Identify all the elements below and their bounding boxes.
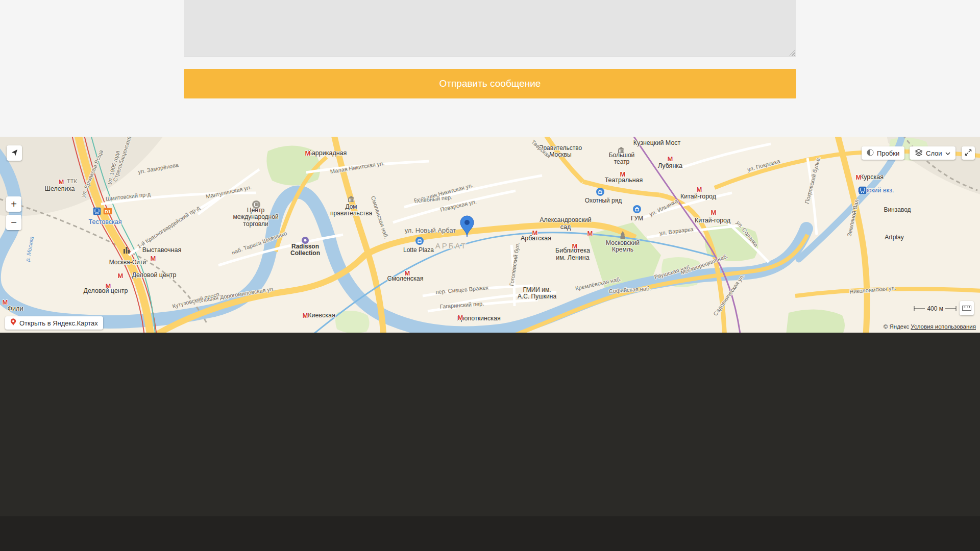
metro-station-icon: М [587, 230, 593, 237]
terms-of-use-link[interactable]: Условия использования [911, 323, 976, 330]
metro-station-icon: М [305, 150, 311, 157]
metro-station-icon: М [59, 179, 64, 185]
fullscreen-button[interactable] [962, 146, 975, 160]
map-attribution: © Яндекс Условия использования [884, 323, 976, 330]
footer: labexpertiza.ru 119019, г. Москва, ул. Н… [0, 333, 980, 516]
layers-icon [915, 148, 923, 158]
zoom-out-button[interactable]: − [6, 215, 21, 230]
metro-station-icon: М [405, 270, 410, 277]
plus-icon: + [11, 198, 17, 210]
map-poi-icon [415, 237, 424, 245]
metro-station-icon: М [303, 312, 308, 319]
metro-station-icon: М [620, 171, 626, 178]
scale-right-tick [945, 306, 957, 312]
metro-station-icon: М [532, 230, 538, 236]
map-poi-icon [617, 146, 625, 154]
message-textarea[interactable] [184, 0, 796, 57]
red-pin-icon [10, 318, 16, 328]
open-in-yandex-maps-button[interactable]: Открыть в Яндекс.Картах [5, 316, 103, 330]
send-message-button[interactable]: Отправить сообщение [184, 69, 796, 98]
map-poi-icon [619, 231, 626, 240]
map-poi-icon: D1 [104, 208, 112, 215]
metro-station-icon: М [458, 314, 463, 321]
svg-text:D1: D1 [105, 209, 111, 214]
chevron-down-icon [945, 149, 950, 157]
metro-station-icon: М [151, 255, 156, 262]
map-scale: 400 м [914, 305, 957, 312]
map-scale-label: 400 м [927, 305, 943, 312]
open-in-yandex-maps-label: Открыть в Яндекс.Картах [19, 319, 98, 327]
yandex-map[interactable]: ШелепихаФилиТестовскаяТТКСтрельбищенский… [0, 137, 980, 333]
map-poi-icon [596, 188, 605, 196]
metro-station-icon: М [668, 156, 673, 162]
footer-bottom-bar: © labexpertiza.ru 2019 Создание, продвиж… [0, 516, 980, 551]
map-poi-icon [633, 205, 642, 214]
contact-form-section: Отправить сообщение [0, 0, 980, 137]
fullscreen-icon [965, 149, 972, 158]
traffic-icon [867, 149, 874, 158]
geolocation-button[interactable] [7, 145, 22, 161]
metro-station-icon: М [106, 283, 111, 289]
map-poi-icon [347, 195, 355, 203]
map-poi-icon [859, 187, 867, 194]
metro-station-icon: М [711, 209, 717, 216]
minus-icon: − [11, 217, 17, 229]
map-poi-icon [302, 237, 309, 244]
ruler-icon [962, 305, 971, 312]
metro-station-icon: М [3, 299, 8, 306]
metro-station-icon: М [697, 186, 702, 193]
map-poi-icon [252, 201, 261, 209]
map-poi-icon [93, 208, 101, 215]
ruler-button[interactable] [960, 301, 974, 315]
map-poi-icon [122, 246, 131, 254]
zoom-in-button[interactable]: + [6, 196, 21, 212]
yandex-copyright: © Яндекс [884, 323, 909, 330]
metro-station-icon: М [572, 243, 578, 249]
page: Отправить сообщение [0, 0, 980, 551]
traffic-label: Пробки [877, 149, 899, 157]
metro-station-icon: М [856, 174, 862, 181]
scale-left-tick [914, 306, 925, 312]
traffic-button[interactable]: Пробки [862, 146, 904, 160]
map-markers: МММММММММММММММММD1 [0, 137, 980, 333]
layers-button[interactable]: Слои [910, 146, 955, 160]
metro-station-icon: М [118, 272, 124, 279]
geolocation-icon [10, 148, 19, 159]
layers-label: Слои [926, 149, 942, 157]
